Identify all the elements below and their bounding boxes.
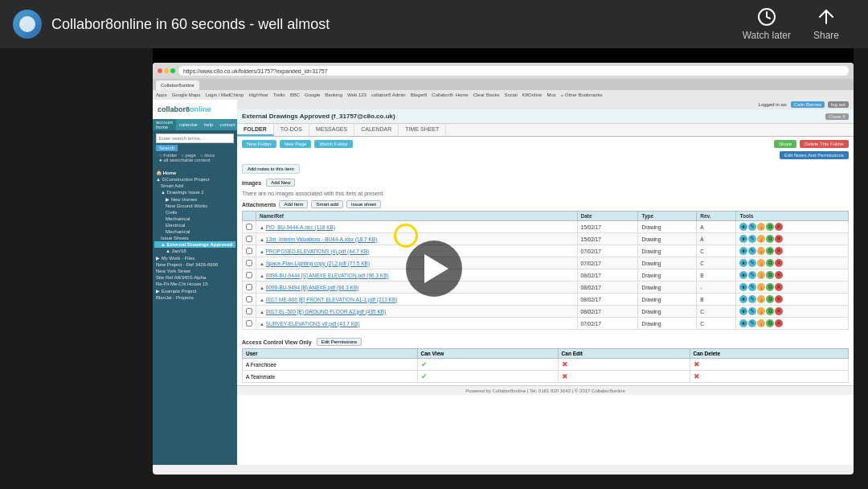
tool-download[interactable]: ↓: [757, 295, 765, 303]
nav-contact[interactable]: contact: [216, 119, 237, 130]
tool-download[interactable]: ↓: [757, 235, 765, 243]
edit-notes-permissions-button[interactable]: Edit Notes And Permissions: [780, 151, 849, 159]
tool-view[interactable]: 👁: [739, 295, 747, 303]
file-link[interactable]: SURVEY-ELEVATIONS v8.pdf (43.7 KB): [266, 321, 360, 327]
tool-view[interactable]: 👁: [739, 319, 747, 327]
tool-download[interactable]: ↓: [757, 271, 765, 279]
file-link[interactable]: Space-Plan-Lighting copy (2).2.pdf (77.5…: [266, 261, 370, 266]
share-button-main[interactable]: Share: [774, 140, 796, 148]
tool-view[interactable]: 👁: [739, 247, 747, 255]
tree-item-new-york[interactable]: New York Street: [154, 268, 235, 274]
row-checkbox[interactable]: [246, 320, 252, 327]
browser-tab[interactable]: Collabor8online: [156, 80, 199, 90]
tool-copy[interactable]: ⧉: [766, 259, 774, 267]
tree-item-new-homes[interactable]: ▶ New Homes: [154, 195, 235, 203]
tool-edit[interactable]: ✎: [748, 319, 756, 327]
tree-item-refit[interactable]: Re-Fit Me-Chi House 15: [154, 281, 235, 287]
new-page-button[interactable]: New Page: [280, 140, 312, 148]
tool-edit[interactable]: ✎: [748, 295, 756, 303]
new-folder-button[interactable]: New Folder: [242, 140, 276, 148]
bookmark-google[interactable]: Google: [305, 92, 320, 97]
bookmark-bloger8[interactable]: Bloger8: [411, 92, 428, 97]
tool-download[interactable]: ↓: [757, 223, 765, 231]
browser-address-bar[interactable]: https://www.c8o.co.uk/folders/31757?expa…: [178, 66, 849, 76]
row-checkbox[interactable]: [246, 284, 252, 290]
nav-calendar[interactable]: calendar: [176, 119, 201, 130]
file-link[interactable]: 0099-BU-9494 [B] ANEXE.pdf (96.3 KB): [266, 285, 359, 290]
tab-todos[interactable]: TO-DOS: [274, 124, 309, 136]
row-checkbox[interactable]: [246, 308, 252, 314]
tool-download[interactable]: ↓: [757, 307, 765, 315]
tree-item-example[interactable]: ▶ Example Project: [154, 287, 235, 294]
tree-item-mechanical2[interactable]: Mechanical: [154, 228, 235, 235]
tool-delete[interactable]: ✕: [775, 259, 783, 267]
file-link[interactable]: 0098-BU-9444 [S] ANEXE ELEVATION.pdf (96…: [266, 273, 389, 278]
tool-download[interactable]: ↓: [757, 247, 765, 255]
tool-download[interactable]: ↓: [757, 283, 765, 291]
bookmark-other[interactable]: » Other Bookmarks: [561, 92, 603, 97]
tool-view[interactable]: 👁: [739, 307, 747, 315]
tool-edit[interactable]: ✎: [748, 259, 756, 267]
file-link[interactable]: 12m_Interim Valuations - BU44-A.xlsx (18…: [266, 236, 378, 242]
bookmark-apps[interactable]: Apps: [156, 92, 167, 97]
play-button[interactable]: [406, 240, 462, 297]
file-link[interactable]: 0017 ME-886 [E] FRONT ELEVATION A1-1.pdf…: [266, 297, 398, 302]
tool-edit[interactable]: ✎: [748, 307, 756, 315]
row-checkbox[interactable]: [246, 248, 252, 254]
tool-delete[interactable]: ✕: [775, 319, 783, 327]
tree-item-my-work[interactable]: ▶ My Work - Files: [154, 254, 235, 261]
tree-item-external-drawings[interactable]: ▲ External Drawings Approved: [154, 241, 235, 248]
tool-edit[interactable]: ✎: [748, 283, 756, 291]
tool-delete[interactable]: ✕: [775, 247, 783, 255]
bookmark-moz[interactable]: Moz: [547, 92, 555, 97]
tree-item-home[interactable]: 🏠 Home: [154, 169, 235, 176]
tool-delete[interactable]: ✕: [775, 307, 783, 315]
tree-item-ground-works[interactable]: New Ground Works: [154, 203, 235, 209]
bookmark-bbc[interactable]: BBC: [290, 92, 300, 97]
tool-copy[interactable]: ⧉: [766, 271, 774, 279]
bookmark-login[interactable]: Login / MailChimp: [205, 92, 244, 97]
tree-item-civils[interactable]: Civils: [154, 209, 235, 216]
tool-copy[interactable]: ⧉: [766, 319, 774, 327]
tree-item-issue-sheets[interactable]: Issue Sheets: [154, 235, 235, 241]
row-checkbox[interactable]: [246, 236, 252, 242]
tool-copy[interactable]: ⧉: [766, 307, 774, 315]
tool-copy[interactable]: ⧉: [766, 223, 774, 231]
tool-copy[interactable]: ⧉: [766, 247, 774, 255]
watch-folder-button[interactable]: Watch Folder: [314, 140, 352, 148]
bookmark-k8online[interactable]: K8Online: [522, 92, 542, 97]
row-checkbox[interactable]: [246, 296, 252, 302]
tree-item-drawings-issue[interactable]: ▲ Drawings Issue 2: [154, 189, 235, 195]
add-image-button[interactable]: Add New: [266, 179, 295, 187]
tool-copy[interactable]: ⧉: [766, 283, 774, 291]
bookmark-c8home[interactable]: Collabor8- Home: [432, 92, 468, 97]
tree-item-jan18[interactable]: ▲ Jan/18: [154, 248, 235, 254]
tree-item-mechanical[interactable]: Mechanical: [154, 216, 235, 222]
tool-delete[interactable]: ✕: [775, 235, 783, 243]
tab-messages[interactable]: MESSAGES: [309, 124, 354, 136]
tree-item-new-project[interactable]: New Project - Ref 3426-6906: [154, 261, 235, 268]
tool-delete[interactable]: ✕: [775, 271, 783, 279]
bookmark-clearbooks[interactable]: Clear Books: [473, 92, 500, 97]
tool-edit[interactable]: ✎: [748, 247, 756, 255]
watch-later-button[interactable]: Watch later: [743, 7, 791, 41]
nav-account-home[interactable]: account home: [153, 119, 176, 130]
tree-item-gconstruction[interactable]: ▲ GConstruction Project: [154, 176, 235, 183]
tool-edit[interactable]: ✎: [748, 223, 756, 231]
close-button[interactable]: Close X: [825, 113, 849, 120]
search-button[interactable]: Search: [156, 145, 178, 151]
nav-help[interactable]: help: [201, 119, 216, 130]
tree-item-site-ref[interactable]: Site Ref A8/345S Alpha: [154, 274, 235, 281]
smart-add-button[interactable]: Smart add: [311, 200, 343, 208]
file-link[interactable]: PID_BU-9444-A.doc (118 KB): [266, 224, 335, 230]
tool-copy[interactable]: ⧉: [766, 295, 774, 303]
share-button[interactable]: Share: [813, 7, 839, 41]
row-checkbox[interactable]: [246, 224, 252, 230]
tool-download[interactable]: ↓: [757, 319, 765, 327]
tool-copy[interactable]: ⧉: [766, 235, 774, 243]
logout-button[interactable]: log out: [828, 101, 849, 108]
edit-permissions-button[interactable]: Edit Permissions: [317, 338, 362, 346]
add-notes-button[interactable]: Add notes to this item: [242, 164, 300, 174]
tool-view[interactable]: 👁: [739, 235, 747, 243]
tree-item-smartadd[interactable]: Smart Add: [154, 183, 235, 189]
